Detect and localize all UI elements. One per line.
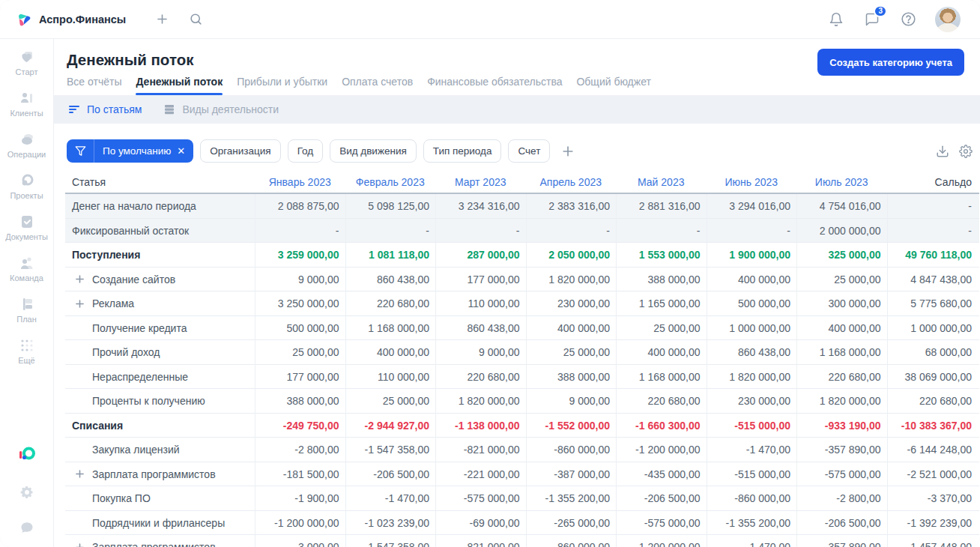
row-label[interactable]: Покупка ПО [65,486,255,511]
by-items-icon [68,103,80,115]
table-row: Закупка лицензий -2 800,00 -1 547 358,00… [65,438,979,462]
cell-value: 1 820 000,00 [435,389,526,414]
cell-value: - [345,219,436,244]
remove-filter-icon[interactable]: ✕ [177,145,193,157]
filter-chip-movement-type[interactable]: Вид движения [330,139,417,163]
cell-value: 388 000,00 [616,268,707,292]
row-label[interactable]: Реклама [65,291,255,316]
chat-icon[interactable]: 3 [863,10,881,28]
cell-value: - [887,194,980,219]
tab-financial-obligations[interactable]: Финансовые обязательства [427,76,562,95]
sidebar-item-projects[interactable]: Проекты [0,172,53,214]
row-label[interactable]: Подрядчики и фрилансеры [65,511,255,536]
cell-value: 177 000,00 [255,365,345,390]
sidebar-item-start[interactable]: Старт [0,49,53,90]
filter-chip-period-type[interactable]: Тип периода [423,139,502,163]
cell-value: 220 680,00 [345,291,436,316]
table-row: Создание сайтов 9 000,00 860 438,00 177 … [65,268,979,292]
cell-value: 3 294 016,00 [707,194,797,219]
cell-value: 4 847 438,00 [887,268,980,292]
row-label[interactable]: Зарплата программистов [65,462,255,487]
sidebar-item-operations[interactable]: Операции [0,131,53,172]
add-filter-icon[interactable] [560,144,575,159]
help-icon[interactable] [899,10,917,28]
row-label[interactable]: Поступления [65,243,255,268]
table-settings-gear-icon[interactable] [959,145,973,158]
cell-value: -181 500,00 [255,462,345,487]
table-row: Зарплата программистов -181 500,00 -206 … [65,462,979,487]
column-header-article: Статья [65,176,255,188]
filter-chip-year[interactable]: Год [288,139,324,163]
cell-value: -249 750,00 [255,414,345,438]
column-header-month[interactable]: Апрель 2023 [526,176,617,188]
tab-cash-flow[interactable]: Денежный поток [136,76,223,95]
tab-profit-loss[interactable]: Прибыли и убытки [237,76,327,95]
row-label[interactable]: Списания [65,414,255,438]
brand[interactable]: Аспро.Финансы [16,11,126,27]
cell-value: 38 069 000,00 [887,365,980,390]
settings-icon[interactable] [19,485,34,500]
row-label[interactable]: Закупка лицензий [65,438,255,462]
table-row: Прочий доход 25 000,00 400 000,00 9 000,… [65,340,979,365]
search-icon[interactable] [187,10,205,28]
row-label[interactable]: Проценты к получению [65,389,255,414]
cell-value: 2 383 316,00 [526,194,617,219]
view-mode-activity-types[interactable]: Виды деятельности [163,103,279,115]
expand-plus-icon[interactable] [76,470,84,478]
aspro-logo-icon[interactable] [17,445,37,465]
sidebar-item-clients[interactable]: Клиенты [0,90,53,131]
sidebar-item-more[interactable]: Ещё [0,337,53,378]
cell-value: 388 000,00 [255,389,345,414]
tab-general-budget[interactable]: Общий бюджет [576,76,650,95]
row-label[interactable]: Нераспределенные [65,365,255,390]
clients-icon [19,90,35,106]
column-header-month[interactable]: Июль 2023 [796,176,887,188]
table-row: Подрядчики и фрилансеры -1 200 000,00 -1… [65,511,979,536]
tab-all-reports[interactable]: Все отчёты [67,76,121,95]
filter-funnel-icon[interactable] [67,145,94,157]
row-label[interactable]: Зарплата программистов [65,535,255,547]
expand-plus-icon[interactable] [76,300,84,308]
user-avatar[interactable] [935,7,961,32]
table-row: Проценты к получению 388 000,00 25 000,0… [65,389,979,414]
support-chat-icon[interactable] [19,520,34,535]
column-header-month[interactable]: Январь 2023 [255,176,345,188]
column-header-month[interactable]: Февраль 2023 [345,176,436,188]
sidebar-item-team[interactable]: Команда [0,255,53,296]
sidebar-item-documents[interactable]: Документы [0,214,53,255]
view-mode-by-items[interactable]: По статьям [68,103,142,115]
row-label[interactable]: Денег на начало периода [65,194,255,219]
notifications-bell-icon[interactable] [827,10,845,28]
cell-value: -206 500,00 [345,462,436,487]
cell-value: 1 000 000,00 [707,316,797,341]
cell-value: -1 200 000,00 [255,511,345,536]
download-icon[interactable] [936,145,949,158]
column-header-month[interactable]: Март 2023 [435,176,526,188]
cell-value: - [435,219,526,244]
active-filter-chip[interactable]: По умолчанию ✕ [67,139,193,163]
create-category-button[interactable]: Создать категорию учета [817,49,964,76]
cell-value: 1 000 000,00 [887,316,980,341]
column-header-month[interactable]: Июнь 2023 [707,176,797,188]
column-header-saldo: Сальдо [887,176,980,188]
expand-plus-icon[interactable] [76,543,84,547]
cell-value: 860 438,00 [707,340,797,365]
more-icon [19,337,35,354]
cell-value: -933 190,00 [796,414,887,438]
row-label[interactable]: Фиксированный остаток [65,219,255,244]
tab-invoice-payment[interactable]: Оплата счетов [342,76,413,95]
filter-chip-account[interactable]: Счет [508,139,550,163]
cell-value: -575 000,00 [435,486,526,511]
cell-value: 3 250 000,00 [255,291,345,316]
cell-value: 5 098 125,00 [345,194,436,219]
add-icon[interactable] [153,10,171,28]
expand-plus-icon[interactable] [76,275,84,283]
cell-value: - [526,219,617,244]
operations-icon [19,131,35,148]
row-label[interactable]: Создание сайтов [65,268,255,292]
row-label[interactable]: Прочий доход [65,340,255,365]
column-header-month[interactable]: Май 2023 [616,176,707,188]
sidebar-item-plan[interactable]: План [0,296,53,337]
filter-chip-organization[interactable]: Организация [200,139,280,163]
row-label[interactable]: Получение кредита [65,316,255,341]
